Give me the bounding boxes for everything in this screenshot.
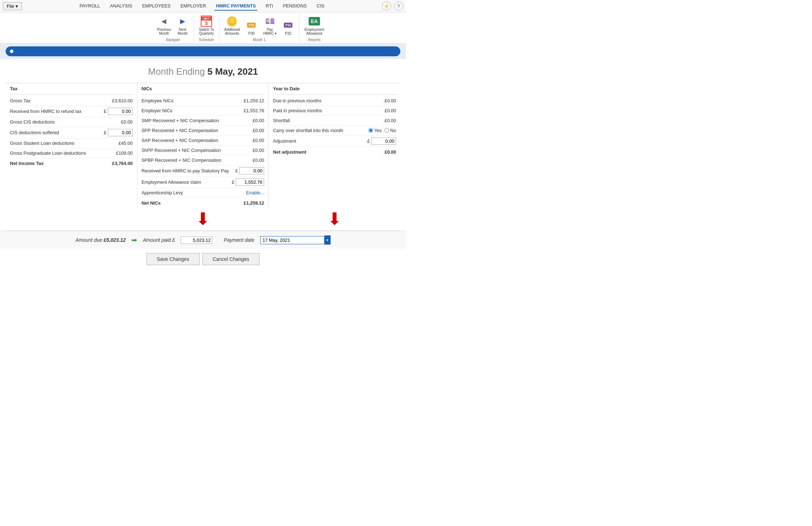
hmrc-refund-input[interactable] xyxy=(108,108,133,115)
shortfall-row: Shortfall £0.00 xyxy=(273,116,396,126)
cis-suffered-row: CIS deductions suffered £ xyxy=(10,127,133,138)
p32-icon: P32 xyxy=(282,19,294,31)
hmrc-statutory-pay-row: Received from HMRC to pay Statutory Pay … xyxy=(142,165,264,177)
gross-cis-row: Gross CIS deductions £0.00 xyxy=(10,117,133,127)
gross-tax-row: Gross Tax £3,610.00 xyxy=(10,96,133,106)
ytd-header: Year to Date xyxy=(273,83,396,95)
shortfall-value: £0.00 xyxy=(384,118,396,123)
reports-group: EA EmploymentAllowance Reports xyxy=(299,15,329,43)
additional-amounts-button[interactable]: 🪙 AdditionalAmounts xyxy=(222,15,242,36)
month-prefix: Month Ending xyxy=(148,66,205,77)
sync-icon[interactable]: ⚡ xyxy=(382,1,391,11)
month1-items: 🪙 AdditionalAmounts P30 P30 💷 PayHMRC ▾ … xyxy=(222,15,297,36)
gross-tax-label: Gross Tax xyxy=(10,98,30,103)
employment-allowance-input[interactable] xyxy=(236,178,264,186)
nav-pensions[interactable]: PENSIONS xyxy=(281,2,308,11)
net-adjustment-label: Net adjustment xyxy=(273,149,306,155)
shpp-label: ShPP Recovered + NIC Compensation xyxy=(142,148,221,153)
smp-label: SMP Recovered + NIC Compensation xyxy=(142,118,219,123)
paid-previous-months-value: £0.00 xyxy=(384,108,396,113)
progress-indicator xyxy=(9,49,14,54)
net-income-tax-row: Net Income Tax £3,764.00 xyxy=(10,158,133,168)
cis-suffered-input-group: £ xyxy=(104,129,132,136)
employment-allowance-input-group: £ xyxy=(232,178,264,186)
adjustment-input[interactable] xyxy=(371,137,396,145)
nav-analysis[interactable]: ANALYSIS xyxy=(109,2,134,11)
nav-employer[interactable]: EMPLOYER xyxy=(179,2,207,11)
p30-label: P30 xyxy=(248,32,255,35)
payment-date-input[interactable] xyxy=(260,236,325,244)
nav-employees[interactable]: EMPLOYEES xyxy=(141,2,172,11)
net-nics-value: £1,259.12 xyxy=(244,200,264,206)
cis-suffered-input[interactable] xyxy=(108,129,133,136)
gross-cis-label: Gross CIS deductions xyxy=(10,119,55,125)
employment-allowance-button[interactable]: EA EmploymentAllowance xyxy=(302,15,326,36)
nics-column: NICs Employee NICs £1,259.12 Employer NI… xyxy=(137,83,269,208)
payment-date-dropdown-button[interactable]: ▾ xyxy=(325,235,331,245)
carry-over-label: Carry over shortfall into this month xyxy=(273,128,343,133)
postgrad-loan-value: £109.00 xyxy=(116,150,133,156)
spp-value: £0.00 xyxy=(253,128,264,133)
adjustment-pound: £ xyxy=(367,138,370,144)
carry-over-no-label: No xyxy=(384,128,396,133)
pay-hmrc-button[interactable]: 💷 PayHMRC ▾ xyxy=(261,15,279,36)
employment-allowance-icon: EA xyxy=(309,16,320,27)
menu-bar: File ▾ PAYROLL ANALYSIS EMPLOYEES EMPLOY… xyxy=(0,0,406,12)
adjustment-input-group: £ xyxy=(367,137,396,145)
apprenticeship-levy-enable-link[interactable]: Enable... xyxy=(246,190,264,195)
payment-date-group: ▾ xyxy=(260,235,331,245)
carry-over-yes-radio[interactable] xyxy=(368,128,373,133)
spp-label: SPP Recovered + NIC Compensation xyxy=(142,128,218,133)
save-changes-button[interactable]: Save Changes xyxy=(147,253,200,265)
smp-row: SMP Recovered + NIC Compensation £0.00 xyxy=(142,116,264,126)
cancel-changes-button[interactable]: Cancel Changes xyxy=(202,253,260,265)
red-arrow-right-container: ⬇ xyxy=(269,211,400,228)
nav-hmrc-payments[interactable]: HMRC PAYMENTS xyxy=(215,2,257,11)
p32-button[interactable]: P32 P32 xyxy=(280,18,296,36)
shpp-value: £0.00 xyxy=(253,148,264,153)
spbp-label: SPBP Recovered + NIC Compensation xyxy=(142,158,222,163)
p30-icon: P30 xyxy=(246,19,257,31)
prev-month-button[interactable]: ◀ PreviousMonth xyxy=(155,15,173,36)
help-icon[interactable]: ? xyxy=(394,1,403,11)
spp-row: SPP Recovered + NIC Compensation £0.00 xyxy=(142,126,264,136)
switch-quarterly-icon: MAY 5 xyxy=(201,16,212,27)
nav-payroll[interactable]: PAYROLL xyxy=(78,2,102,11)
smp-value: £0.00 xyxy=(253,118,264,123)
p30-button[interactable]: P30 P30 xyxy=(243,18,259,36)
bottom-bar: Amount due £5,023.12 ➡ Amount paid £ Pay… xyxy=(0,231,406,249)
action-bar: Save Changes Cancel Changes xyxy=(0,249,406,269)
net-nics-label: Net NICs xyxy=(142,200,161,206)
next-month-icon: ▶ xyxy=(177,16,188,27)
carry-over-radio-group: Yes No xyxy=(368,128,396,133)
switch-quarterly-button[interactable]: MAY 5 Switch ToQuarterly xyxy=(197,15,216,36)
month-title: Month Ending 5 May, 2021 xyxy=(0,66,406,77)
employer-nics-value: £1,552.76 xyxy=(244,108,264,113)
shortfall-label: Shortfall xyxy=(273,118,290,123)
adjustment-row: Adjustment £ xyxy=(273,136,396,147)
top-icons: ⚡ ? xyxy=(382,1,403,11)
carry-over-no-radio[interactable] xyxy=(384,128,389,133)
nav-rti[interactable]: RTI xyxy=(264,2,275,11)
pay-hmrc-icon: 💷 xyxy=(264,16,275,27)
due-previous-months-row: Due in previous months £0.00 xyxy=(273,96,396,106)
switch-quarterly-label: Switch ToQuarterly xyxy=(199,28,214,35)
red-arrow-down-2: ⬇ xyxy=(327,211,342,228)
amount-paid-input[interactable] xyxy=(181,236,212,244)
next-month-button[interactable]: ▶ NextMonth xyxy=(175,15,191,36)
carry-over-yes-label: Yes xyxy=(368,128,382,133)
file-label: File xyxy=(7,4,14,9)
hmrc-statutory-pay-label: Received from HMRC to pay Statutory Pay xyxy=(142,168,229,173)
file-button[interactable]: File ▾ xyxy=(3,2,22,10)
progress-bar xyxy=(6,46,400,56)
employer-nics-row: Employer NICs £1,552.76 xyxy=(142,106,264,116)
tax-header: Tax xyxy=(10,83,133,95)
shpp-row: ShPP Recovered + NIC Compensation £0.00 xyxy=(142,145,264,155)
student-loan-label: Gross Student Loan deductions xyxy=(10,141,74,146)
apprenticeship-levy-row: Apprenticeship Levy Enable... xyxy=(142,188,264,198)
sap-row: SAP Recovered + NIC Compensation £0.00 xyxy=(142,136,264,145)
hmrc-statutory-pay-input[interactable] xyxy=(239,167,264,175)
nav-cis[interactable]: CIS xyxy=(315,2,326,11)
net-adjustment-value: £0.00 xyxy=(384,149,396,155)
employer-nics-label: Employer NICs xyxy=(142,108,172,113)
